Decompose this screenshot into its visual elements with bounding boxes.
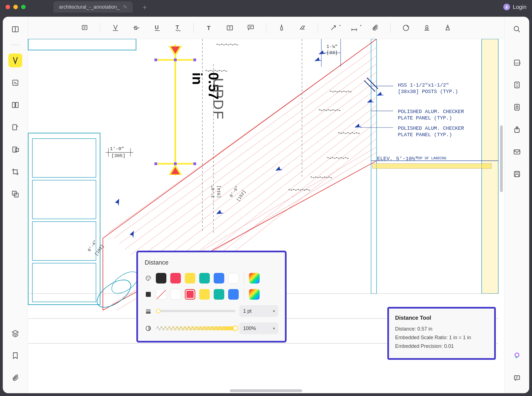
textbox-tool-button[interactable]: T (224, 22, 235, 33)
svg-text:OCR: OCR (515, 62, 521, 65)
attachment-button[interactable] (8, 371, 22, 385)
strikethrough-tool-button[interactable]: S (131, 22, 142, 33)
search-button[interactable] (510, 22, 524, 36)
minimize-window-button[interactable] (13, 5, 18, 9)
email-button[interactable] (510, 145, 524, 159)
thickness-row: 1 pt (145, 305, 278, 317)
svg-rect-6 (13, 125, 16, 130)
layers-button[interactable] (8, 326, 22, 340)
updf-logo-icon[interactable] (510, 349, 524, 363)
horizontal-scrollbar[interactable] (230, 389, 302, 392)
tooltip-distance: Distance: 0.57 in (395, 326, 488, 332)
reader-mode-button[interactable] (8, 22, 22, 36)
opacity-select[interactable]: 100% (239, 322, 278, 334)
sticker-tool-button[interactable] (400, 22, 412, 33)
tooltip-scale: Embedded Scale Ratio: 1 in = 1 in (395, 335, 488, 341)
document-tab[interactable]: architectural_-_annotation_ ✎ (53, 1, 133, 13)
document-canvas[interactable]: HSS 1-1/2"x1-1/2" [38x38] POSTS (TYP.) P… (28, 39, 504, 393)
maximize-window-button[interactable] (21, 5, 26, 9)
arrow-tool-button[interactable]: ▾ (328, 22, 339, 33)
callout-panel1: POLISHED ALUM. CHECKER PLATE PANEL (TYP.… (398, 109, 464, 122)
stroke-color-teal[interactable] (199, 273, 210, 283)
svg-rect-38 (514, 82, 519, 88)
fill-color-yellow[interactable] (199, 289, 210, 300)
opacity-slider[interactable] (156, 326, 235, 330)
svg-text:T: T (228, 26, 231, 30)
note-tool-button[interactable] (79, 22, 90, 33)
stroke-color-custom[interactable] (249, 273, 260, 283)
eraser-tool-button[interactable] (297, 22, 308, 33)
login-button[interactable]: Login (503, 4, 526, 10)
compare-button[interactable] (8, 187, 22, 201)
svg-rect-45 (515, 174, 519, 177)
svg-rect-52 (32, 222, 96, 260)
close-window-button[interactable] (6, 5, 10, 9)
highlight-tool-button[interactable] (110, 22, 121, 33)
edit-mode-button[interactable] (8, 76, 22, 90)
pencil-icon[interactable]: ✎ (123, 4, 127, 10)
text-tool-button[interactable]: T (203, 22, 215, 33)
stroke-color-blue[interactable] (214, 273, 224, 283)
thickness-slider[interactable] (156, 310, 235, 312)
squiggly-tool-button[interactable]: T (173, 22, 184, 33)
convert-button[interactable] (510, 78, 524, 92)
stroke-color-black[interactable] (156, 273, 166, 283)
signature-tool-button[interactable] (442, 22, 453, 33)
window-controls (6, 5, 26, 9)
svg-line-66 (142, 89, 377, 266)
comments-panel-button[interactable] (510, 371, 524, 385)
svg-point-92 (149, 277, 149, 277)
underline-tool-button[interactable]: U (152, 22, 163, 33)
svg-rect-42 (514, 150, 520, 154)
stroke-color-row (145, 273, 278, 283)
vertical-scrollbar[interactable] (500, 125, 503, 192)
login-label: Login (513, 4, 526, 10)
fill-color-teal[interactable] (214, 289, 224, 300)
callout-hss: HSS 1-1/2"x1-1/2" [38x38] POSTS (TYP.) (398, 82, 458, 95)
svg-line-63 (125, 64, 376, 249)
opacity-row: 100% (145, 322, 278, 334)
stamp-tool-button[interactable] (421, 22, 432, 33)
redact-button[interactable] (8, 143, 22, 157)
pen-tool-button[interactable] (276, 22, 287, 33)
separator (318, 23, 318, 33)
callout-tool-button[interactable] (245, 22, 256, 33)
separator (244, 289, 244, 300)
svg-rect-46 (514, 376, 519, 380)
svg-line-62 (119, 56, 376, 244)
stroke-color-yellow[interactable] (185, 273, 195, 283)
fill-color-red[interactable] (185, 289, 195, 300)
ocr-button[interactable]: OCR (510, 56, 524, 70)
save-button[interactable] (510, 167, 524, 181)
distance-tool-info-panel: Distance Tool Distance: 0.57 in Embedded… (387, 307, 496, 360)
add-tab-button[interactable]: ＋ (141, 2, 148, 12)
right-sidebar: OCR (504, 17, 529, 393)
bookmark-button[interactable] (8, 349, 22, 363)
titlebar: architectural_-_annotation_ ✎ ＋ Login (0, 0, 532, 14)
measure-tool-button[interactable]: ▾ (349, 22, 360, 33)
opacity-icon (145, 325, 152, 332)
svg-rect-54 (28, 39, 136, 50)
comment-mode-button[interactable] (8, 53, 22, 67)
svg-text:T: T (207, 24, 210, 31)
attach-file-button[interactable] (370, 22, 381, 33)
dim-3-mm: [914] (217, 185, 221, 198)
fill-color-blue[interactable] (228, 289, 239, 300)
fill-color-custom[interactable] (249, 289, 260, 300)
stroke-color-red[interactable] (170, 273, 181, 283)
fill-color-none[interactable] (156, 289, 166, 300)
fill-color-white[interactable] (170, 289, 181, 300)
distance-properties-panel: Distance (136, 251, 287, 343)
separator (390, 23, 391, 33)
separator (266, 23, 266, 33)
svg-point-0 (506, 6, 508, 7)
separator (100, 23, 100, 33)
thickness-select[interactable]: 1 pt (239, 305, 278, 317)
protect-button[interactable] (510, 100, 524, 114)
page-mode-button[interactable] (8, 98, 22, 112)
crop-button[interactable] (8, 165, 22, 179)
share-button[interactable] (510, 123, 524, 136)
svg-line-25 (331, 26, 335, 30)
stroke-color-white[interactable] (228, 273, 239, 283)
fill-sign-button[interactable] (8, 120, 22, 134)
